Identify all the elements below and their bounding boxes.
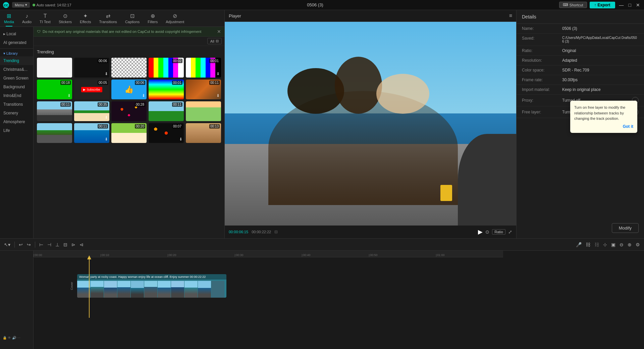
minimize-button[interactable]: —: [618, 2, 625, 8]
track-mute-button[interactable]: 🔊: [12, 336, 16, 340]
ruler-line-20: [168, 254, 168, 257]
ruler-tick-50: 00:50: [369, 251, 378, 257]
framerate-label: Frame rate:: [522, 78, 562, 82]
video-thumb-17[interactable]: 00:11 ⬇: [74, 123, 109, 143]
video-thumb-3[interactable]: ⬇: [111, 58, 147, 78]
toolbar-item-effects[interactable]: ✦ Effects: [76, 11, 95, 25]
split-prev-button[interactable]: ⊢: [38, 241, 45, 248]
undo-button[interactable]: ↩: [17, 241, 24, 248]
download-icon-4: ⬇: [179, 71, 182, 76]
mark-in-button[interactable]: ⊳: [70, 241, 77, 248]
filter-button[interactable]: All ⊟: [207, 38, 222, 44]
notice-close-button[interactable]: ✕: [217, 29, 221, 34]
video-thumb-7[interactable]: ▶ Subscribe 00:05: [74, 80, 109, 99]
maximize-button[interactable]: □: [627, 2, 633, 8]
video-thumb-20[interactable]: 00:13: [186, 123, 221, 143]
sidebar-item-atmosphere[interactable]: Atmosphere: [0, 117, 33, 126]
timeline-settings-button[interactable]: ⚙: [634, 241, 641, 248]
shortcut-button[interactable]: ⌨ Shortcut: [559, 2, 587, 8]
modify-button[interactable]: Modify: [612, 223, 639, 233]
video-thumb-15[interactable]: [186, 101, 221, 121]
video-thumb-5[interactable]: 00:01 ⬇: [186, 58, 221, 78]
toolbar-item-transitions[interactable]: ⇄ Transitions: [95, 11, 121, 25]
toolbar-item-filters[interactable]: ⊕ Filters: [144, 11, 162, 25]
zoom-out-button[interactable]: ⊖: [618, 241, 625, 248]
play-button[interactable]: ▶: [478, 228, 483, 236]
name-value: 0506 (3): [562, 26, 639, 31]
duration-4: 00:02: [172, 59, 182, 63]
video-thumb-16[interactable]: [37, 123, 72, 143]
link-tracks-button[interactable]: ⛓: [584, 241, 592, 248]
split-next-button[interactable]: ⊣: [46, 241, 53, 248]
video-thumb-13[interactable]: 00:28: [111, 101, 147, 121]
fit-screen-button[interactable]: ⊙: [485, 229, 489, 235]
got-it-button[interactable]: Got it: [623, 124, 633, 129]
unlink-tracks-button[interactable]: ⛓: [593, 241, 600, 248]
video-thumb-2[interactable]: 00:06 ⬇: [74, 58, 109, 78]
download-icon-12: ⬇: [105, 115, 108, 120]
toolbar-item-audio[interactable]: ♪ Audio: [18, 12, 36, 25]
capcut-logo-icon: CC: [3, 2, 9, 8]
sidebar-item-scenery[interactable]: Scenery: [0, 109, 33, 117]
playhead[interactable]: [89, 257, 90, 318]
delete-button[interactable]: ⊟: [62, 241, 69, 248]
toolbar-item-stickers[interactable]: ⊙ Stickers: [55, 11, 76, 25]
sidebar-item-life[interactable]: Life: [0, 126, 33, 135]
export-icon: ↑: [594, 3, 596, 7]
redo-button[interactable]: ↪: [25, 241, 32, 248]
sidebar-item-transitions[interactable]: Transitions: [0, 100, 33, 109]
video-thumb-14[interactable]: 00:11: [149, 101, 184, 121]
toolbar-item-text[interactable]: T TI Text: [36, 12, 55, 25]
export-button[interactable]: ↑ Export: [590, 2, 615, 8]
video-thumb-18[interactable]: 00:20: [111, 123, 147, 143]
video-thumb-6[interactable]: 00:18 ⬇: [37, 80, 72, 99]
details-row-saved: Saved: C:/Users/MyPC/AppData/Local/CapCu…: [517, 34, 644, 46]
menu-button[interactable]: Menu ▾: [12, 2, 30, 8]
track-lock-button[interactable]: 🔒: [3, 336, 7, 340]
player-menu-button[interactable]: ≡: [509, 13, 512, 19]
toolbar-item-media[interactable]: ⊞ Media: [0, 11, 18, 25]
sidebar-item-green-screen[interactable]: Green Screen: [0, 74, 33, 83]
zoom-in-button[interactable]: ⊕: [626, 241, 633, 248]
video-thumb-9[interactable]: 00:01: [149, 80, 184, 99]
frame-8: [171, 281, 184, 298]
video-thumb-12[interactable]: 00:35 ⬇: [74, 101, 109, 121]
track-more-button[interactable]: ⋯: [17, 336, 20, 340]
video-thumb-10[interactable]: 00:11 ⬇: [186, 80, 221, 99]
text-label: TI Text: [40, 20, 51, 24]
player-video[interactable]: [225, 22, 516, 226]
cursor-tool-button[interactable]: ↖▾: [3, 241, 12, 248]
top-bar-left: CC Menu ▾ Auto saved: 14:02:17: [3, 2, 71, 8]
audio-label: Audio: [22, 20, 32, 24]
video-thumb-4[interactable]: 00:02 ⬇: [149, 58, 184, 78]
capcut-logo: CC: [3, 2, 9, 8]
sidebar-item-local[interactable]: ▸ Local: [0, 30, 33, 38]
mark-out-button[interactable]: ⊲: [78, 241, 85, 248]
video-thumb-1[interactable]: ⬇: [37, 58, 72, 78]
split-both-button[interactable]: ⊥: [54, 241, 61, 248]
video-track[interactable]: Woman party at rocky coast. Happy woman …: [77, 274, 226, 298]
sidebar-item-trending[interactable]: Trending: [0, 56, 33, 65]
framerate-value: 30.00fps: [562, 78, 639, 82]
video-thumb-19[interactable]: 00:07 ⬇: [149, 123, 184, 143]
player-right-controls: ▶ ⊙ Ratio ⤢: [478, 228, 512, 236]
toolbar-item-adjustment[interactable]: ⊘ Adjustment: [162, 11, 188, 25]
ratio-button[interactable]: Ratio: [492, 229, 505, 235]
video-thumb-8[interactable]: 👍 00:06 ⬇: [111, 80, 147, 99]
settings-icon[interactable]: ⊟: [274, 230, 278, 234]
freelayer-label: Free layer:: [522, 110, 562, 114]
caption-button[interactable]: ▣: [610, 241, 617, 248]
sidebar-item-background[interactable]: Background: [0, 83, 33, 91]
sidebar-item-ai-generated[interactable]: AI generated: [0, 38, 33, 47]
close-button[interactable]: ✕: [635, 2, 641, 8]
video-thumb-11[interactable]: 00:11: [37, 101, 72, 121]
details-row-framerate: Frame rate: 30.00fps: [517, 75, 644, 85]
track-hide-button[interactable]: 👁: [8, 336, 11, 340]
sidebar-item-christmas[interactable]: Christmas&...: [0, 65, 33, 74]
fullscreen-button[interactable]: ⤢: [508, 229, 512, 235]
split-right-button[interactable]: ⊹: [602, 241, 608, 248]
sidebar-item-intro-end[interactable]: Intro&End: [0, 91, 33, 100]
download-icon-6: ⬇: [67, 93, 71, 98]
toolbar-item-captions[interactable]: ⊡ Captions: [121, 11, 144, 25]
mic-button[interactable]: 🎤: [575, 241, 583, 248]
